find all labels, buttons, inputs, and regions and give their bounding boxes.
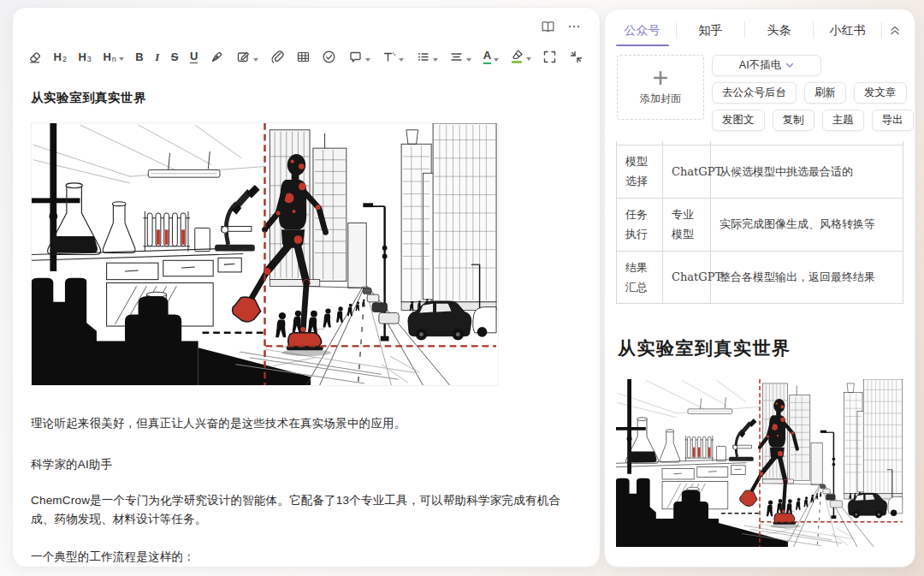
- fullscreen-icon: [542, 50, 557, 64]
- heading-n-button[interactable]: Hn: [102, 49, 124, 65]
- clear-format-button[interactable]: [27, 48, 43, 66]
- more-options-button[interactable]: [567, 20, 581, 33]
- align-icon: [449, 50, 464, 64]
- tab-xiaohongshu[interactable]: 小红书: [814, 21, 882, 39]
- workflow-table: 模型选择 ChatGPT 从候选模型中挑选最合适的 任务执行 专业模型 实际完成…: [616, 141, 903, 304]
- formatting-toolbar: H2 H3 Hn B I S U: [13, 42, 600, 74]
- lab-to-city-illustration-svg: [32, 123, 498, 385]
- add-cover-label: 添加封面: [640, 92, 681, 106]
- highlight-button[interactable]: [510, 48, 532, 65]
- open-book-icon: [541, 20, 555, 34]
- ai-plugin-button[interactable]: AI不插电: [712, 55, 821, 76]
- add-cover-button[interactable]: 添加封面: [617, 55, 704, 120]
- fullscreen-button[interactable]: [542, 48, 558, 66]
- heading-3-button[interactable]: H3: [77, 49, 92, 65]
- chevron-down-icon: [253, 58, 258, 62]
- chevron-down-icon: [466, 58, 471, 62]
- list-icon: [416, 50, 430, 64]
- plus-icon: [652, 69, 669, 86]
- pen-button[interactable]: [209, 48, 225, 66]
- chevron-down-icon: [785, 62, 794, 68]
- strikethrough-button[interactable]: S: [170, 49, 180, 65]
- table-row: 模型选择 ChatGPT 从候选模型中挑选最合适的: [617, 145, 903, 199]
- export-button[interactable]: 导出: [872, 110, 914, 131]
- list-button[interactable]: [415, 48, 439, 66]
- table-row: 结果汇总 ChatGPT 整合各模型输出，返回最终结果: [617, 251, 903, 304]
- platform-tabbar: 公众号 知乎 头条 小红书: [605, 9, 915, 47]
- go-backend-button[interactable]: 去公众号后台: [712, 82, 797, 104]
- paperclip-icon: [270, 50, 284, 64]
- paragraph[interactable]: ChemCrow是一个专门为化学研究设计的智能体。它配备了13个专业工具，可以帮…: [31, 491, 570, 528]
- publish-image-text-button[interactable]: 发图文: [712, 110, 765, 131]
- paragraph[interactable]: 理论听起来很美好，但真正让人兴奋的是这些技术在真实场景中的应用。: [31, 414, 582, 433]
- article-preview[interactable]: 模型选择 ChatGPT 从候选模型中挑选最合适的 任务执行 专业模型 实际完成…: [605, 141, 915, 567]
- font-color-button[interactable]: A: [483, 47, 500, 66]
- editor-topbar: [13, 8, 600, 42]
- comment-button[interactable]: [347, 48, 371, 66]
- heading-2-button[interactable]: H2: [53, 49, 68, 65]
- paragraph[interactable]: 一个典型的工作流程是这样的：: [31, 548, 582, 567]
- font-size-icon: [382, 50, 396, 64]
- chevron-down-icon: [433, 58, 438, 62]
- lab-to-city-illustration-preview: [616, 379, 903, 547]
- lab-to-city-illustration-svg: [616, 379, 903, 547]
- publish-actions: 添加封面 AI不插电 去公众号后台 刷新 发文章 发图文 复制 主题: [605, 47, 915, 141]
- tab-toutiao[interactable]: 头条: [745, 21, 814, 39]
- comment-icon: [348, 50, 363, 64]
- chevron-down-icon: [494, 58, 499, 62]
- font-size-button[interactable]: [381, 48, 405, 66]
- desktop-background: H2 H3 Hn B I S U: [0, 0, 924, 576]
- reading-view-button[interactable]: [541, 20, 555, 34]
- table-icon: [296, 50, 311, 64]
- document-heading[interactable]: 从实验室到真实世界: [31, 90, 582, 106]
- copy-button[interactable]: 复制: [773, 110, 814, 131]
- more-options-icon: [567, 20, 581, 33]
- chevron-down-icon: [399, 58, 404, 62]
- tab-zhihu[interactable]: 知乎: [677, 21, 745, 39]
- edit-box-icon: [236, 50, 251, 64]
- tab-gongzhonghao[interactable]: 公众号: [608, 21, 677, 39]
- editor-panel: H2 H3 Hn B I S U: [12, 7, 601, 567]
- exit-fullscreen-icon: [569, 50, 583, 64]
- chevron-down-icon: [526, 57, 531, 61]
- table-button[interactable]: [295, 48, 311, 66]
- refresh-button[interactable]: 刷新: [804, 82, 846, 104]
- chevron-down-icon: [119, 57, 124, 61]
- eraser-icon: [27, 50, 42, 64]
- highlighter-icon: [511, 50, 524, 60]
- bold-button[interactable]: B: [134, 49, 144, 65]
- align-button[interactable]: [448, 48, 472, 66]
- theme-button[interactable]: 主题: [822, 110, 864, 131]
- pen-icon: [210, 50, 224, 64]
- document-editor[interactable]: 从实验室到真实世界 理论听起来很美好，但真正让人兴奋的是这些技术在真实场景中的应…: [13, 74, 600, 567]
- chevron-down-icon: [365, 58, 370, 62]
- italic-button[interactable]: I: [154, 49, 160, 65]
- table-row: 任务执行 专业模型 实际完成图像生成、风格转换等: [617, 198, 903, 251]
- attachment-button[interactable]: [269, 48, 285, 66]
- underline-button[interactable]: U: [189, 48, 198, 65]
- task-check-button[interactable]: [321, 48, 337, 66]
- paragraph[interactable]: 科学家的AI助手: [31, 455, 582, 474]
- preview-section-heading: 从实验室到真实世界: [618, 336, 903, 360]
- edit-box-button[interactable]: [235, 48, 259, 66]
- lab-to-city-illustration[interactable]: [31, 122, 499, 386]
- preview-panel: 公众号 知乎 头条 小红书 添加封面 AI不插电 去: [604, 9, 915, 567]
- exit-fullscreen-button[interactable]: [568, 48, 584, 66]
- check-circle-icon: [322, 50, 336, 64]
- publish-article-button[interactable]: 发文章: [854, 82, 907, 104]
- double-chevron-up-icon: [889, 24, 901, 37]
- collapse-tabs-button[interactable]: [882, 13, 908, 47]
